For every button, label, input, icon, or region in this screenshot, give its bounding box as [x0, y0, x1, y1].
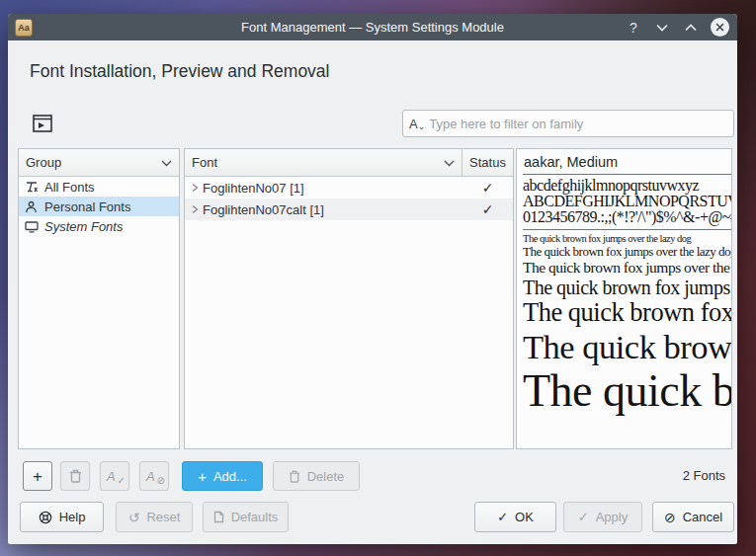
- group-item-label: All Fonts: [44, 180, 95, 195]
- sort-chevron-icon: [444, 155, 455, 170]
- ok-button-label: OK: [515, 510, 534, 524]
- font-enabled-check-icon: ✓: [462, 181, 513, 195]
- status-header-label: Status: [469, 155, 506, 170]
- all-fonts-icon: [24, 181, 39, 194]
- disable-font-button[interactable]: A⊘: [139, 461, 169, 491]
- document-icon: [213, 511, 224, 523]
- reset-undo-icon: ↺: [128, 511, 140, 524]
- preview-pangram-line: The quick brown fox jumps over the lazy …: [523, 245, 731, 260]
- preview-pangram-line: The quick brown fox jumps over the lazy …: [523, 328, 731, 366]
- font-name: FoglihtenNo07calt [1]: [203, 202, 324, 217]
- expand-chevron-icon[interactable]: [191, 204, 199, 214]
- font-filter-field[interactable]: A ⌄: [402, 110, 734, 137]
- font-disable-icon: A⊘: [146, 468, 162, 484]
- chevron-down-icon: [656, 24, 668, 32]
- help-lifebuoy-icon: [39, 511, 52, 524]
- expand-chevron-icon[interactable]: [191, 183, 199, 193]
- font-row[interactable]: FoglihtenNo07calt [1] ✓: [185, 199, 513, 220]
- apply-button-label: Apply: [596, 510, 629, 524]
- defaults-button-label: Defaults: [231, 510, 279, 524]
- remove-group-button[interactable]: [60, 461, 90, 491]
- group-item-all-fonts[interactable]: All Fonts: [19, 177, 179, 197]
- group-panel: Group All Fonts Personal Fonts System Fo…: [18, 148, 180, 449]
- add-fonts-button[interactable]: + Add...: [182, 461, 263, 491]
- toggle-preview-button[interactable]: [30, 112, 55, 135]
- minimize-button[interactable]: [652, 18, 672, 38]
- maximize-button[interactable]: [681, 18, 701, 38]
- check-icon: ✓: [578, 511, 589, 523]
- group-header-label: Group: [26, 155, 61, 170]
- divider: [523, 174, 731, 175]
- add-group-button[interactable]: +: [23, 461, 52, 491]
- defaults-button[interactable]: Defaults: [203, 502, 289, 532]
- ok-button[interactable]: ✓ OK: [474, 502, 556, 532]
- group-column-header[interactable]: Group: [19, 149, 179, 177]
- preview-uppercase: ABCDEFGHIJKLMNOPQRSTUVWXYZ: [523, 194, 731, 209]
- font-column-header[interactable]: Font: [185, 149, 462, 176]
- search-input[interactable]: [429, 117, 727, 131]
- font-header-label: Font: [192, 155, 217, 170]
- font-name: FoglihtenNo07 [1]: [203, 181, 304, 196]
- sort-chevron-icon: [161, 155, 172, 170]
- delete-button-label: Delete: [307, 469, 345, 484]
- filter-caret-icon: ⌄: [418, 122, 426, 131]
- font-list-panel: Font Status FoglihtenNo07 [1] ✓: [184, 148, 514, 449]
- font-management-window: Aa Font Management — System Settings Mod…: [8, 14, 737, 544]
- close-icon: [711, 18, 729, 37]
- group-item-system-fonts[interactable]: System Fonts: [19, 216, 179, 236]
- reset-button-label: Reset: [146, 510, 180, 524]
- check-icon: ✓: [497, 511, 508, 523]
- group-item-label: Personal Fonts: [44, 199, 130, 214]
- fonts-count: 2 Fonts: [683, 468, 725, 483]
- group-item-personal-fonts[interactable]: Personal Fonts: [19, 197, 179, 216]
- cancel-button[interactable]: ⊘ Cancel: [652, 502, 734, 532]
- apply-button[interactable]: ✓ Apply: [563, 502, 642, 532]
- preview-pangram-line: The quick brown fox jumps over the lazy …: [523, 233, 731, 245]
- help-button-label: Help: [59, 510, 86, 524]
- window-help-button[interactable]: ?: [624, 18, 643, 38]
- preview-pangram-line: The quick brown fox jumps over the lazy …: [523, 365, 731, 417]
- preview-lowercase: abcdefghijklmnopqrstuvwxyz: [523, 178, 731, 194]
- preview-pane-icon: [33, 115, 52, 132]
- status-column-header[interactable]: Status: [462, 149, 513, 176]
- chevron-up-icon: [685, 24, 697, 32]
- filter-family-icon: A: [409, 118, 418, 130]
- user-icon: [24, 200, 39, 213]
- reset-button[interactable]: ↺ Reset: [116, 502, 193, 532]
- font-enable-icon: A✓: [107, 468, 123, 484]
- font-preview-panel: aakar, Medium abcdefghijklmnopqrstuvwxyz…: [516, 148, 732, 449]
- delete-fonts-button[interactable]: Delete: [273, 461, 360, 491]
- dialog-footer: Help ↺ Reset Defaults ✓ OK ✓ Apply ⊘ Can…: [8, 502, 737, 532]
- preview-pangram-line: The quick brown fox jumps over the lazy …: [523, 259, 731, 276]
- add-button-label: Add...: [213, 469, 247, 484]
- trash-icon: [69, 469, 82, 483]
- close-button[interactable]: [710, 18, 729, 38]
- preview-pangram-line: The quick brown fox jumps over the lazy …: [523, 298, 731, 328]
- font-actions-toolbar: + A✓ A⊘ + Add... Delete 2 Fonts: [8, 461, 737, 491]
- monitor-icon: [24, 220, 39, 233]
- group-item-label: System Fonts: [44, 219, 123, 234]
- trash-icon: [289, 470, 300, 483]
- cancel-slash-icon: ⊘: [664, 511, 676, 524]
- enable-font-button[interactable]: A✓: [100, 461, 129, 491]
- help-button[interactable]: Help: [20, 502, 104, 532]
- divider: [523, 229, 731, 230]
- preview-digits: 0123456789.:,;(*!?'/\")$%^&-+@~#<>{}[]: [523, 209, 731, 225]
- titlebar[interactable]: Aa Font Management — System Settings Mod…: [8, 14, 737, 40]
- plus-icon: +: [198, 469, 207, 484]
- preview-pangram-line: The quick brown fox jumps over the lazy …: [523, 277, 731, 298]
- font-enabled-check-icon: ✓: [462, 202, 513, 216]
- font-row[interactable]: FoglihtenNo07 [1] ✓: [185, 177, 513, 199]
- page-title: Font Installation, Preview and Removal: [30, 61, 329, 82]
- cancel-button-label: Cancel: [683, 510, 722, 524]
- preview-font-name: aakar, Medium: [523, 152, 731, 174]
